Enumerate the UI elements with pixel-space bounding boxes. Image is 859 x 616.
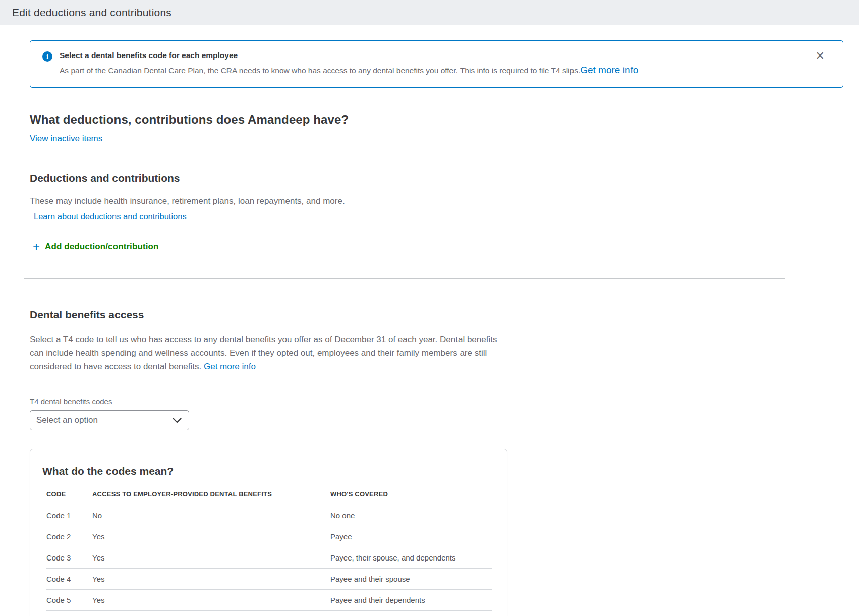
table-row: Code 5 Yes Payee and their dependents [46, 590, 492, 611]
deductions-section-description: These may include health insurance, reti… [30, 196, 844, 206]
covered-cell: Payee and their spouse [330, 569, 492, 590]
table-row: Code 2 Yes Payee [46, 526, 492, 547]
t4-codes-select-label: T4 dental benefits codes [30, 397, 844, 406]
dental-section-heading: Dental benefits access [30, 309, 844, 321]
page-title: Edit deductions and contributions [12, 7, 171, 19]
plus-icon: + [33, 242, 40, 252]
banner-body-text: As part of the Canadian Dental Care Plan… [60, 66, 580, 75]
close-icon[interactable]: ✕ [816, 51, 825, 61]
code-cell: Code 4 [46, 569, 92, 590]
covered-cell: No one [330, 505, 492, 526]
codes-table-body: Code 1 No No one Code 2 Yes Payee Code 3 [46, 505, 492, 611]
access-cell: Yes [92, 590, 330, 611]
code-cell: Code 5 [46, 590, 92, 611]
section-divider [24, 278, 785, 279]
add-deduction-label: Add deduction/contribution [45, 242, 158, 252]
banner-title: Select a dental benefits code for each e… [60, 51, 806, 60]
t4-codes-select-value: Select an option [36, 415, 98, 425]
dental-code-info-banner: i Select a dental benefits code for each… [30, 40, 843, 88]
dental-description-text: Select a T4 code to tell us who has acce… [30, 334, 497, 371]
main-content: i Select a dental benefits code for each… [0, 40, 859, 616]
column-header-access: ACCESS TO EMPLOYER-PROVIDED DENTAL BENEF… [92, 490, 330, 505]
banner-get-more-info-link[interactable]: Get more info [580, 65, 638, 75]
codes-table: CODE ACCESS TO EMPLOYER-PROVIDED DENTAL … [46, 490, 492, 611]
covered-cell: Payee, their spouse, and dependents [330, 547, 492, 569]
learn-about-deductions-link[interactable]: Learn about deductions and contributions [34, 212, 187, 221]
deductions-question-heading: What deductions, contributions does Aman… [30, 113, 844, 127]
access-cell: Yes [92, 569, 330, 590]
table-row: Code 1 No No one [46, 505, 492, 526]
deductions-section: Deductions and contributions These may i… [30, 172, 844, 253]
access-cell: Yes [92, 526, 330, 547]
access-cell: Yes [92, 547, 330, 569]
page-header: Edit deductions and contributions [0, 0, 859, 25]
code-cell: Code 2 [46, 526, 92, 547]
code-cell: Code 1 [46, 505, 92, 526]
codes-table-header: CODE ACCESS TO EMPLOYER-PROVIDED DENTAL … [46, 490, 492, 505]
dental-get-more-info-link[interactable]: Get more info [204, 362, 256, 371]
covered-cell: Payee [330, 526, 492, 547]
t4-codes-select[interactable]: Select an option [30, 410, 189, 430]
table-row: Code 4 Yes Payee and their spouse [46, 569, 492, 590]
banner-body: As part of the Canadian Dental Care Plan… [60, 65, 806, 76]
column-header-covered: WHO'S COVERED [330, 490, 492, 505]
covered-cell: Payee and their dependents [330, 590, 492, 611]
chevron-down-icon [173, 418, 182, 423]
column-header-code: CODE [46, 490, 92, 505]
info-icon: i [42, 51, 52, 62]
code-cell: Code 3 [46, 547, 92, 569]
view-inactive-items-link[interactable]: View inactive items [30, 134, 102, 144]
add-deduction-contribution-button[interactable]: + Add deduction/contribution [33, 242, 158, 252]
codes-card-title: What do the codes mean? [42, 465, 495, 477]
dental-benefits-section: Dental benefits access Select a T4 code … [30, 309, 844, 616]
access-cell: No [92, 505, 330, 526]
table-row: Code 3 Yes Payee, their spouse, and depe… [46, 547, 492, 569]
deductions-section-heading: Deductions and contributions [30, 172, 844, 184]
dental-section-description: Select a T4 code to tell us who has acce… [30, 332, 509, 373]
codes-meaning-card: What do the codes mean? CODE ACCESS TO E… [30, 449, 507, 616]
banner-text: Select a dental benefits code for each e… [60, 51, 806, 76]
